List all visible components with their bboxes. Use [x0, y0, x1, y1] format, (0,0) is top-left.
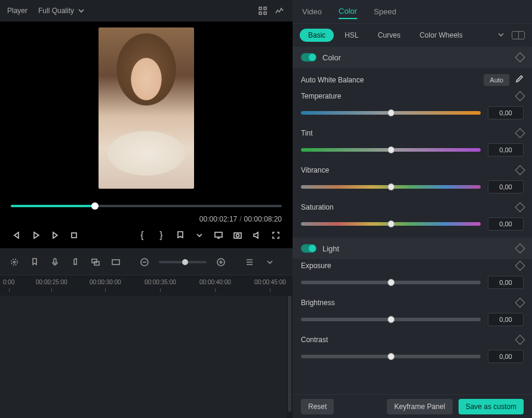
brightness-value[interactable]: 0,00	[488, 313, 524, 326]
svg-rect-5	[215, 232, 222, 237]
quality-value: Full Quality	[38, 7, 74, 15]
brightness-slider[interactable]	[301, 318, 481, 321]
subtab-curves[interactable]: Curves	[370, 29, 409, 42]
svg-point-9	[14, 261, 16, 263]
ruler-tick: 0:00	[3, 279, 14, 285]
save-custom-button[interactable]: Save as custom	[459, 399, 524, 414]
section-label: Color	[322, 53, 341, 62]
adjustment-tool[interactable]	[110, 256, 122, 268]
temperature-slider[interactable]	[301, 111, 481, 115]
slider-handle[interactable]	[388, 109, 395, 116]
svg-rect-0	[259, 7, 262, 10]
stop-button[interactable]	[68, 229, 80, 241]
timeline-ruler[interactable]: 0:00 00:00:25:00 00:00:30:00 00:00:35:00…	[0, 275, 293, 296]
reset-icon[interactable]	[515, 165, 525, 176]
slider-handle[interactable]	[388, 316, 395, 323]
slider-handle[interactable]	[388, 146, 395, 153]
compare-toggle[interactable]	[512, 31, 525, 39]
subtab-color-wheels[interactable]: Color Wheels	[411, 29, 471, 42]
keyframe-panel-button[interactable]: Keyframe Panel	[387, 399, 452, 414]
light-toggle[interactable]	[301, 244, 316, 253]
grid-icon[interactable]	[257, 5, 269, 17]
chevron-down-icon[interactable]	[193, 229, 205, 241]
list-view-button[interactable]	[244, 256, 256, 268]
audio-tool[interactable]	[69, 256, 81, 268]
voiceover-tool[interactable]	[49, 256, 61, 268]
tab-speed[interactable]: Speed	[374, 5, 396, 19]
tint-slider[interactable]	[301, 148, 481, 152]
ruler-tick: 00:00:35:00	[144, 279, 176, 285]
subtab-basic[interactable]: Basic	[300, 29, 334, 42]
group-tool[interactable]	[90, 256, 102, 268]
marker-button[interactable]	[174, 229, 186, 241]
scopes-icon[interactable]	[273, 5, 285, 17]
slider-handle[interactable]	[388, 220, 395, 228]
snapshot-button[interactable]	[232, 229, 244, 241]
exposure-slider[interactable]	[301, 281, 481, 284]
next-frame-button[interactable]	[49, 229, 61, 241]
display-button[interactable]	[213, 229, 225, 241]
tint-group: Tint 0,00	[293, 127, 532, 164]
zoom-in-button[interactable]	[215, 256, 227, 268]
color-toggle[interactable]	[301, 53, 316, 62]
chevron-down-icon[interactable]	[496, 30, 506, 41]
vibrance-value[interactable]: 0,00	[488, 180, 524, 193]
prev-frame-button[interactable]	[11, 229, 23, 241]
exposure-group: Exposure 0,00	[293, 259, 532, 296]
reset-icon[interactable]	[515, 298, 525, 308]
tint-value[interactable]: 0,00	[488, 143, 524, 156]
slider-handle[interactable]	[388, 353, 395, 360]
section-light: Light	[293, 238, 532, 259]
reset-icon[interactable]	[515, 202, 525, 213]
audio-button[interactable]	[251, 229, 263, 241]
saturation-value[interactable]: 0,00	[488, 217, 524, 230]
reset-icon[interactable]	[515, 261, 525, 271]
vibrance-slider[interactable]	[301, 185, 481, 189]
reset-icon[interactable]	[515, 128, 525, 139]
svg-point-7	[236, 234, 239, 237]
fullscreen-button[interactable]	[270, 229, 282, 241]
contrast-slider[interactable]	[301, 355, 481, 358]
player-header: Player Full Quality	[0, 0, 293, 21]
slider-handle[interactable]	[388, 183, 395, 190]
reset-icon[interactable]	[515, 91, 525, 102]
marker-tool[interactable]	[29, 256, 41, 268]
player-label: Player	[7, 7, 27, 15]
tab-color[interactable]: Color	[339, 4, 357, 19]
timeline-tracks[interactable]	[0, 296, 287, 418]
contrast-value[interactable]: 0,00	[488, 350, 524, 363]
quality-dropdown[interactable]: Full Quality	[38, 6, 86, 16]
temperature-group: Temperature 0,00	[293, 90, 532, 127]
exposure-value[interactable]: 0,00	[488, 276, 524, 289]
chevron-down-icon[interactable]	[264, 256, 276, 268]
zoom-slider[interactable]	[159, 261, 207, 263]
reset-icon[interactable]	[515, 335, 525, 345]
reset-button[interactable]: Reset	[301, 399, 334, 414]
target-tool[interactable]	[8, 256, 20, 268]
transport-controls: { }	[0, 227, 293, 248]
eyedropper-icon[interactable]	[514, 75, 524, 86]
color-subtabs: Basic HSL Curves Color Wheels	[293, 24, 532, 47]
scrub-handle[interactable]	[91, 202, 99, 210]
zoom-out-button[interactable]	[139, 256, 150, 268]
contrast-group: Contrast 0,00	[293, 333, 532, 370]
saturation-slider[interactable]	[301, 222, 481, 226]
slider-handle[interactable]	[388, 279, 395, 286]
subtab-hsl[interactable]: HSL	[336, 29, 367, 42]
reset-icon[interactable]	[515, 53, 525, 63]
timeline[interactable]: 0:00 00:00:25:00 00:00:30:00 00:00:35:00…	[0, 275, 293, 418]
zoom-handle[interactable]	[182, 259, 188, 265]
reset-icon[interactable]	[515, 244, 525, 254]
temperature-value[interactable]: 0,00	[488, 106, 524, 119]
tab-video[interactable]: Video	[302, 5, 322, 19]
mark-out-button[interactable]: }	[155, 229, 167, 241]
timeline-scrollbar[interactable]	[288, 296, 291, 412]
mark-in-button[interactable]: {	[136, 229, 148, 241]
section-label: Light	[322, 244, 339, 253]
inspector-footer: Reset Keyframe Panel Save as custom	[293, 394, 532, 418]
play-pause-button[interactable]	[30, 229, 42, 241]
preview-viewport[interactable]	[0, 21, 293, 195]
awb-auto-button[interactable]: Auto	[484, 74, 509, 86]
scrub-bar[interactable]	[11, 201, 282, 211]
slider-label: Brightness	[301, 299, 335, 307]
